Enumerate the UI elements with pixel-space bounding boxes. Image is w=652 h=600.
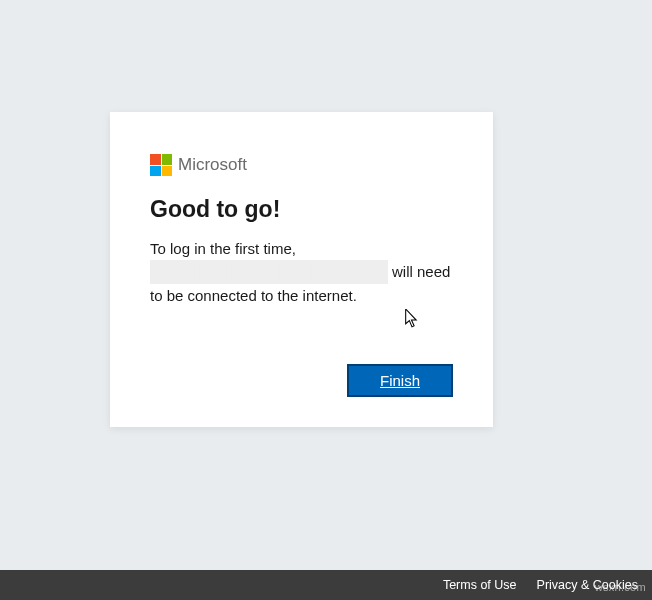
finish-button[interactable]: Finish (347, 364, 453, 397)
brand-label: Microsoft (178, 155, 247, 175)
microsoft-logo-icon (150, 154, 172, 176)
privacy-link[interactable]: Privacy & Cookies (537, 578, 638, 592)
footer-bar: Terms of Use Privacy & Cookies (0, 570, 652, 600)
redacted-email: ██████████████████████ (150, 260, 388, 283)
terms-link[interactable]: Terms of Use (443, 578, 517, 592)
dialog-actions: Finish (347, 364, 453, 397)
body-prefix: To log in the first time, (150, 240, 296, 257)
brand-row: Microsoft (150, 154, 453, 176)
dialog-body: To log in the first time, ██████████████… (150, 237, 453, 307)
account-setup-dialog: Microsoft Good to go! To log in the firs… (110, 112, 493, 427)
dialog-title: Good to go! (150, 196, 453, 223)
